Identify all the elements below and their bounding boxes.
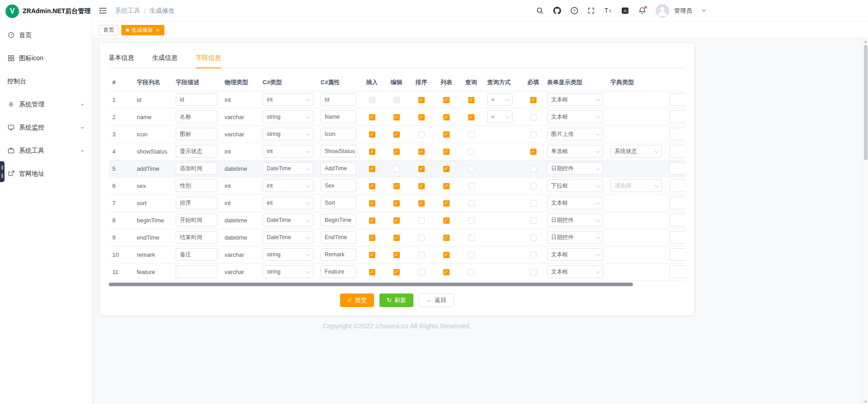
sort-checkbox[interactable]: ✓: [418, 183, 425, 189]
list-checkbox[interactable]: ✓: [443, 149, 450, 155]
required-checkbox[interactable]: [530, 269, 537, 275]
extra-input[interactable]: [669, 231, 685, 244]
sidebar-item-system-tools[interactable]: 系统工具: [0, 139, 92, 162]
edit-checkbox[interactable]: ✓: [393, 114, 400, 120]
extra-input[interactable]: [669, 248, 685, 261]
display-type-select[interactable]: 文本框: [547, 265, 603, 278]
sort-checkbox[interactable]: ✓: [418, 114, 425, 120]
extra-input[interactable]: [669, 111, 685, 123]
refresh-button[interactable]: ↻ 刷新: [379, 293, 413, 307]
query-type-select[interactable]: =: [487, 93, 513, 106]
edit-checkbox[interactable]: ✓: [393, 269, 400, 275]
query-checkbox[interactable]: [468, 183, 475, 189]
edit-checkbox[interactable]: ✓: [393, 235, 400, 241]
display-type-select[interactable]: 文本框: [547, 93, 603, 106]
csharp-type-select[interactable]: DateTime: [263, 214, 313, 226]
required-checkbox[interactable]: ✓: [530, 149, 537, 155]
insert-checkbox[interactable]: ✓: [369, 149, 375, 155]
sidebar-item-console[interactable]: 控制台: [0, 70, 92, 93]
language-icon[interactable]: A: [621, 7, 629, 14]
display-type-select[interactable]: 单选框: [547, 145, 603, 158]
display-type-select[interactable]: 文本框: [547, 111, 603, 123]
query-checkbox[interactable]: [468, 149, 475, 155]
display-type-select[interactable]: 日期控件: [547, 162, 603, 175]
query-checkbox[interactable]: ✓: [468, 97, 475, 103]
display-type-select[interactable]: 日期控件: [547, 214, 603, 226]
extra-input[interactable]: [669, 265, 685, 278]
extra-input[interactable]: [669, 145, 685, 158]
edit-checkbox[interactable]: ✓: [393, 183, 400, 189]
sort-checkbox[interactable]: ✓: [418, 200, 425, 207]
sort-checkbox[interactable]: [418, 269, 425, 275]
csharp-type-select[interactable]: string: [263, 248, 313, 261]
desc-input[interactable]: 图标: [176, 128, 217, 140]
fullscreen-icon[interactable]: [588, 7, 595, 14]
avatar[interactable]: [656, 4, 669, 18]
csharp-attr-input[interactable]: BeginTime: [321, 214, 356, 226]
query-checkbox[interactable]: [468, 200, 475, 207]
sidebar-collapse-icon[interactable]: [99, 7, 107, 14]
desc-input[interactable]: id: [176, 93, 217, 106]
list-checkbox[interactable]: ✓: [443, 97, 450, 103]
csharp-attr-input[interactable]: Sort: [321, 197, 356, 209]
query-checkbox[interactable]: [468, 131, 475, 138]
extra-input[interactable]: [669, 179, 685, 192]
bell-icon[interactable]: [638, 7, 646, 14]
required-checkbox[interactable]: [530, 252, 537, 258]
desc-input[interactable]: 名称: [176, 111, 217, 123]
scroll-up-icon[interactable]: ▲: [863, 38, 868, 44]
list-checkbox[interactable]: ✓: [443, 131, 450, 138]
edit-checkbox[interactable]: ✓: [393, 200, 400, 207]
extra-input[interactable]: [669, 197, 685, 209]
required-checkbox[interactable]: [530, 166, 537, 172]
desc-input[interactable]: 性别: [176, 179, 217, 192]
tab-basic-info[interactable]: 基本信息: [109, 50, 134, 68]
insert-checkbox[interactable]: ✓: [369, 183, 375, 189]
sidebar-item-system-management[interactable]: 系统管理: [0, 93, 92, 116]
close-icon[interactable]: ×: [156, 27, 160, 33]
csharp-type-select[interactable]: int: [263, 197, 313, 209]
csharp-type-select[interactable]: int: [263, 145, 313, 158]
vertical-scrollbar-thumb[interactable]: [864, 45, 868, 160]
logo[interactable]: V ZRAdmin.NET后台管理: [0, 0, 92, 23]
insert-checkbox[interactable]: ✓: [369, 166, 375, 172]
settings-drawer-handle[interactable]: [0, 161, 5, 182]
display-type-select[interactable]: 图片上传: [547, 128, 603, 140]
sort-checkbox[interactable]: [418, 252, 425, 258]
desc-input[interactable]: 备注: [176, 248, 217, 261]
sort-checkbox[interactable]: [418, 131, 425, 138]
sort-checkbox[interactable]: [418, 217, 425, 224]
tab-field-info[interactable]: 字段信息: [196, 50, 221, 68]
list-checkbox[interactable]: ✓: [443, 235, 450, 241]
display-type-select[interactable]: 文本框: [547, 197, 603, 209]
csharp-type-select[interactable]: int: [263, 179, 313, 192]
horizontal-scrollbar-thumb[interactable]: [109, 283, 633, 286]
sort-checkbox[interactable]: ✓: [418, 97, 425, 103]
edit-checkbox[interactable]: ✓: [393, 252, 400, 258]
csharp-attr-input[interactable]: Id: [321, 93, 356, 106]
vertical-scrollbar[interactable]: ▲ ▼: [863, 38, 868, 404]
back-button[interactable]: ← 返回: [419, 293, 454, 307]
list-checkbox[interactable]: ✓: [443, 114, 450, 120]
desc-input[interactable]: 开始时间: [176, 214, 217, 226]
desc-input[interactable]: 结束时间: [176, 231, 217, 244]
list-checkbox[interactable]: ✓: [443, 252, 450, 258]
query-checkbox[interactable]: [468, 252, 475, 258]
tab-generate-info[interactable]: 生成信息: [152, 50, 177, 68]
csharp-attr-input[interactable]: Feature: [321, 265, 356, 278]
extra-input[interactable]: [669, 162, 685, 175]
list-checkbox[interactable]: ✓: [443, 166, 450, 172]
sort-checkbox[interactable]: ✓: [418, 166, 425, 172]
required-checkbox[interactable]: ✓: [530, 97, 537, 103]
sidebar-item-icons[interactable]: 图标icon: [0, 47, 92, 70]
display-type-select[interactable]: 下拉框: [547, 179, 603, 192]
edit-checkbox[interactable]: ✓: [393, 131, 400, 138]
tag-home[interactable]: 首页: [99, 25, 119, 35]
required-checkbox[interactable]: [530, 131, 537, 138]
csharp-attr-input[interactable]: AddTime: [321, 162, 356, 175]
list-checkbox[interactable]: ✓: [443, 183, 450, 189]
scroll-down-icon[interactable]: ▼: [863, 399, 868, 404]
breadcrumb-section[interactable]: 系统工具: [115, 7, 140, 15]
edit-checkbox[interactable]: ✓: [393, 149, 400, 155]
dict-type-select[interactable]: 请选择: [610, 179, 662, 192]
